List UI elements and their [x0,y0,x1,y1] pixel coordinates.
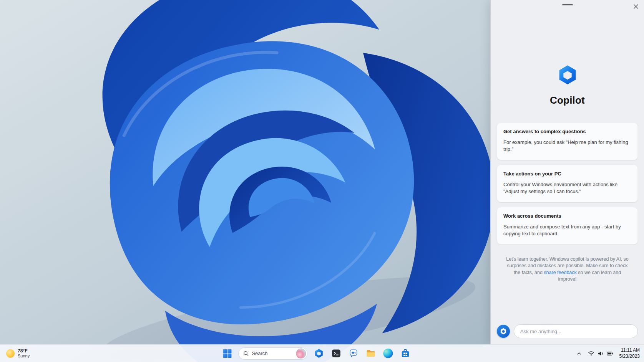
copilot-branding: Copilot [491,64,644,106]
copilot-logo-icon [557,64,578,85]
card-body: Control your Windows environment with ac… [503,181,631,195]
windows-logo-icon [222,349,232,358]
weather-text: 78°F Sunny [18,348,30,359]
chat-icon [349,349,358,358]
suggestion-cards: Get answers to complex questions For exa… [491,122,644,245]
card-body: Summarize and compose text from any app … [503,223,631,238]
file-explorer-icon [366,349,375,358]
close-button[interactable] [631,2,641,12]
suggestion-card-documents[interactable]: Work across documents Summarize and comp… [497,207,638,245]
terminal-button[interactable] [328,346,344,361]
sun-icon [6,349,15,358]
minimize-button[interactable] [562,4,573,5]
taskbar-center: Search [219,346,413,361]
clock-time: 11:11 AM [621,347,640,354]
system-tray: 11:11 AM 5/23/2023 [574,346,642,361]
search-box[interactable]: Search [238,347,307,360]
copilot-title: Copilot [550,94,585,106]
disclaimer-text: Let's learn together. Windows copilot is… [505,256,629,283]
tray-overflow-button[interactable] [574,346,584,361]
start-button[interactable] [219,346,235,361]
search-label: Search [252,350,293,356]
copilot-ask-input[interactable] [514,324,638,338]
quick-settings-button[interactable] [585,346,616,361]
chevron-up-icon [576,351,582,356]
clock: 11:11 AM 5/23/2023 [619,347,640,359]
weather-condition: Sunny [18,354,30,359]
copilot-panel: Copilot Get answers to complex questions… [490,0,644,344]
weather-temperature: 78°F [18,348,30,354]
file-explorer-button[interactable] [363,346,378,361]
wifi-icon [588,350,594,356]
desktop-screen: Copilot Get answers to complex questions… [0,0,644,362]
search-icon [243,351,249,356]
suggestion-card-actions[interactable]: Take actions on your PC Control your Win… [497,165,638,202]
edge-button[interactable] [380,346,395,361]
taskbar: 78°F Sunny Search [0,344,644,362]
search-daily-image[interactable] [296,349,306,359]
copilot-panel-header [491,0,644,12]
chat-button[interactable] [345,346,361,361]
battery-icon [607,351,613,356]
copilot-icon [314,349,324,358]
microsoft-store-icon [400,349,410,358]
weather-widget[interactable]: 78°F Sunny [2,346,33,361]
card-title: Work across documents [503,213,631,219]
microsoft-store-button[interactable] [397,346,413,361]
edge-icon [383,349,393,358]
copilot-input-logo-button[interactable] [497,325,510,338]
terminal-icon [331,349,341,358]
copilot-icon [500,328,507,335]
copilot-input-row [491,324,644,344]
card-title: Take actions on your PC [503,171,631,177]
clock-widget[interactable]: 11:11 AM 5/23/2023 [617,346,642,361]
card-body: For example, you could ask "Help me plan… [503,139,631,153]
share-feedback-link[interactable]: share feedback [544,270,576,275]
close-icon [634,4,638,9]
volume-icon [598,351,604,356]
suggestion-card-answers[interactable]: Get answers to complex questions For exa… [497,122,638,160]
clock-date: 5/23/2023 [619,354,640,360]
copilot-taskbar-button[interactable] [311,346,326,361]
card-title: Get answers to complex questions [503,129,631,134]
